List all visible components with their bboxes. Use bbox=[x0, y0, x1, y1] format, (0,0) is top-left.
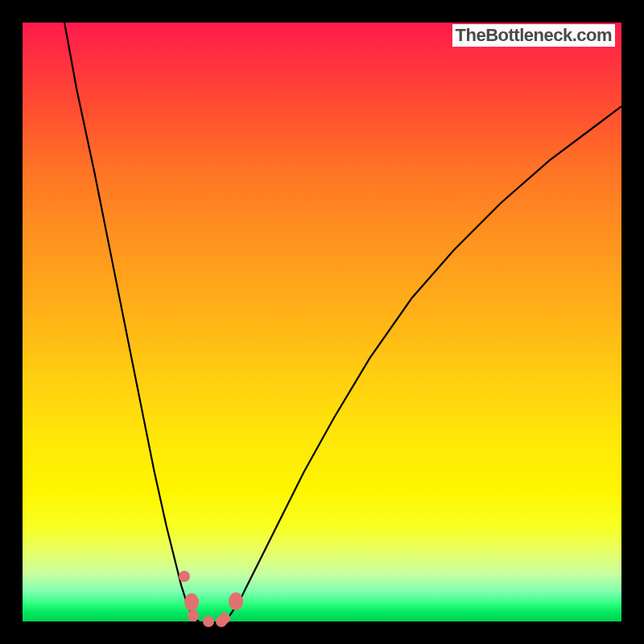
watermark: TheBottleneck.com bbox=[452, 24, 615, 47]
data-point-p6 bbox=[219, 613, 230, 624]
data-point-p7 bbox=[229, 592, 243, 610]
curve-right bbox=[223, 106, 621, 621]
data-point-p4 bbox=[203, 616, 214, 627]
plot-area: TheBottleneck.com bbox=[23, 23, 621, 621]
data-point-p3 bbox=[188, 610, 199, 621]
data-point-p2 bbox=[184, 593, 199, 611]
data-point-p1 bbox=[179, 571, 190, 582]
chart-frame: TheBottleneck.com bbox=[0, 0, 644, 644]
curves-svg bbox=[23, 23, 621, 621]
curve-left bbox=[64, 23, 199, 621]
